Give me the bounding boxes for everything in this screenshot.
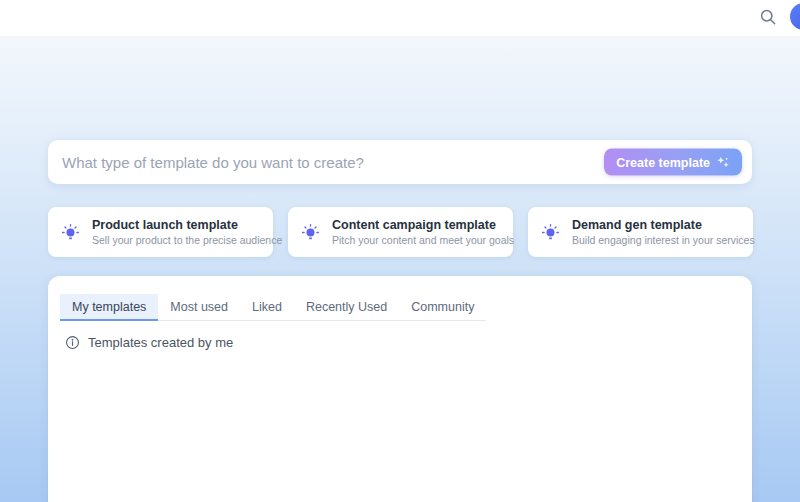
card-text: Product launch template Sell your produc… [92,218,261,246]
card-text: Content campaign template Pitch your con… [332,218,501,246]
top-bar [0,0,800,36]
lightbulb-icon [300,222,321,243]
info-icon [65,335,80,350]
card-demand-gen[interactable]: Demand gen template Build engaging inter… [528,207,753,257]
empty-state-row: Templates created by me [65,335,752,350]
tab-recently-used[interactable]: Recently Used [294,294,399,321]
card-title: Product launch template [92,218,261,232]
card-subtitle: Build engaging interest in your services [572,234,741,246]
tab-most-used[interactable]: Most used [158,294,240,321]
page-background: Create template [0,36,800,502]
card-product-launch[interactable]: Product launch template Sell your produc… [48,207,273,257]
templates-tab-bar: My templates Most used Liked Recently Us… [60,294,486,321]
lightbulb-icon [540,222,561,243]
card-title: Demand gen template [572,218,741,232]
create-template-label: Create template [616,155,710,169]
suggestion-cards-row: Product launch template Sell your produc… [48,207,752,257]
template-creator-page: Create template [0,0,800,502]
template-prompt-bar: Create template [48,140,752,184]
tab-community[interactable]: Community [399,294,486,321]
card-content-campaign[interactable]: Content campaign template Pitch your con… [288,207,513,257]
templates-panel: My templates Most used Liked Recently Us… [48,276,752,502]
sparkles-icon [716,155,730,169]
card-text: Demand gen template Build engaging inter… [572,218,741,246]
avatar[interactable] [790,3,800,30]
tab-my-templates[interactable]: My templates [60,294,158,321]
empty-state-message: Templates created by me [88,335,233,350]
card-subtitle: Pitch your content and meet your goals [332,234,501,246]
tab-liked[interactable]: Liked [240,294,294,321]
card-subtitle: Sell your product to the precise audienc… [92,234,261,246]
lightbulb-icon [60,222,81,243]
card-title: Content campaign template [332,218,501,232]
create-template-button[interactable]: Create template [604,149,742,176]
search-icon[interactable] [758,7,778,27]
